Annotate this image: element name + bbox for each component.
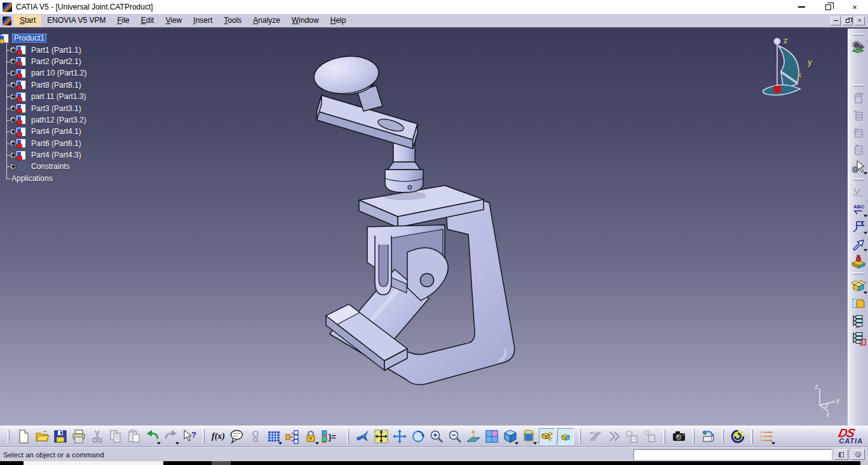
swap-space-button[interactable] (557, 428, 574, 445)
spiral-button[interactable] (729, 428, 746, 445)
expand-icon[interactable] (10, 46, 17, 53)
select-tool-button[interactable] (850, 158, 867, 175)
tree-item-applications[interactable]: Applications (1, 173, 88, 184)
power-input-field[interactable] (634, 449, 832, 460)
menu-insert[interactable]: Insert (187, 15, 218, 27)
lock-button[interactable] (302, 428, 319, 445)
new-button[interactable] (15, 428, 32, 445)
toolbar-handle[interactable] (663, 429, 665, 443)
multi-view-button[interactable] (483, 428, 500, 445)
mdi-minimize-button[interactable] (831, 17, 841, 25)
pan-button[interactable] (391, 428, 408, 445)
structure-button[interactable] (283, 428, 301, 445)
rotate-button[interactable] (409, 428, 426, 445)
toolbar-handle[interactable] (8, 429, 10, 443)
catalog-new-button[interactable] (850, 141, 867, 158)
flyout-arrow-icon[interactable] (864, 292, 867, 294)
tree-item[interactable]: Part4 (Part4.3) (1, 149, 88, 161)
expand-icon[interactable] (10, 70, 17, 77)
tree-item[interactable]: Part3 (Part3.1) (1, 102, 88, 114)
toolbar-handle[interactable] (579, 429, 581, 443)
tree-root-label[interactable]: Product1 (12, 34, 46, 43)
expand-icon[interactable] (10, 140, 17, 147)
painter-folder-button[interactable] (850, 295, 867, 312)
fit-all-button[interactable] (372, 428, 390, 445)
menu-enovia[interactable]: ENOVIA V5 VPM (41, 15, 111, 27)
flyout-arrow-icon[interactable] (771, 442, 775, 445)
product-graph-alt-button[interactable] (850, 329, 867, 346)
flyout-arrow-icon[interactable] (864, 232, 867, 234)
tree-item[interactable]: Part1 (Part1.1) (1, 44, 88, 55)
render-button[interactable] (700, 428, 717, 445)
history-button[interactable] (247, 428, 264, 445)
flyout-arrow-icon[interactable] (864, 172, 867, 175)
menu-window[interactable]: Window (286, 15, 325, 27)
mdi-restore-button[interactable] (843, 17, 853, 25)
product-graph-button[interactable] (850, 312, 867, 329)
flyout-arrow-icon[interactable] (533, 442, 537, 445)
toolbar-handle[interactable] (853, 273, 864, 274)
kinematics-fast-button[interactable] (604, 428, 621, 445)
viewport[interactable]: Product1 Part1 (Part1.1) Part2 (Part2.1)… (0, 29, 848, 426)
menu-file[interactable]: File (111, 15, 135, 27)
close-button[interactable]: × (841, 0, 868, 14)
measure-button[interactable] (850, 184, 867, 201)
toolbar-handle[interactable] (853, 34, 864, 36)
expand-icon[interactable] (10, 105, 17, 112)
rules-button[interactable]: }= (320, 428, 342, 445)
expand-icon[interactable] (10, 81, 17, 88)
expand-icon[interactable] (10, 152, 17, 159)
expand-icon[interactable] (10, 128, 17, 135)
toolbar-handle[interactable] (853, 84, 864, 86)
menu-edit[interactable]: Edit (135, 15, 160, 27)
flyout-arrow-icon[interactable] (278, 442, 282, 445)
comment-button[interactable] (228, 428, 245, 445)
mdi-close-button[interactable]: × (855, 17, 865, 25)
catalog-edit-button[interactable] (850, 124, 867, 141)
open-box-button[interactable] (850, 278, 867, 295)
transition-arrows-button[interactable] (758, 428, 775, 445)
power-input-button[interactable] (851, 449, 865, 460)
minimize-button[interactable] (788, 0, 815, 14)
flag-note-button[interactable] (850, 218, 867, 235)
normal-view-button[interactable] (465, 428, 482, 445)
paste-button[interactable] (125, 428, 142, 445)
expand-icon[interactable] (10, 58, 17, 65)
menu-tools[interactable]: Tools (218, 15, 247, 27)
tree-item[interactable]: Part8 (Part8.1) (1, 79, 88, 91)
stamp-page-button[interactable] (623, 428, 640, 445)
open-button[interactable] (33, 428, 50, 445)
restore-button[interactable] (815, 0, 841, 14)
arrow-annotation-button[interactable] (850, 235, 867, 252)
toolbar-handle[interactable] (203, 429, 205, 443)
expand-icon[interactable] (10, 163, 17, 170)
copy-button[interactable] (107, 428, 124, 445)
context-help-button[interactable]: ? (180, 428, 198, 445)
flyout-arrow-icon[interactable] (315, 442, 319, 445)
tree-item[interactable]: Part2 (Part2.1) (1, 56, 88, 67)
menu-view[interactable]: View (159, 15, 187, 27)
tree-item[interactable]: Part6 (Part6.1) (1, 138, 88, 149)
tree-root[interactable]: Product1 (1, 32, 88, 44)
dialog-toggle-button[interactable] (834, 449, 848, 460)
toolbar-handle[interactable] (693, 429, 695, 443)
design-table-button[interactable] (265, 428, 282, 445)
toolbar-handle[interactable] (751, 429, 753, 443)
stamp-copy-button[interactable] (641, 428, 658, 445)
toolbar-handle[interactable] (722, 429, 724, 443)
menu-start[interactable]: Start (14, 15, 41, 27)
catalog-browse-button[interactable] (850, 107, 867, 124)
shading-button[interactable] (520, 428, 537, 445)
toolbar-handle[interactable] (853, 179, 864, 180)
undo-button[interactable] (144, 428, 161, 445)
tree-item[interactable]: Part4 (Part4.1) (1, 126, 88, 137)
iso-view-button[interactable] (501, 428, 519, 445)
print-button[interactable] (70, 428, 87, 445)
menu-analyze[interactable]: Analyze (247, 15, 286, 27)
flyout-arrow-icon[interactable] (175, 442, 179, 445)
camera-button[interactable] (670, 428, 688, 445)
update-button[interactable] (850, 39, 867, 56)
save-button[interactable] (51, 428, 69, 445)
expand-icon[interactable] (10, 116, 17, 123)
menu-help[interactable]: Help (325, 15, 352, 27)
